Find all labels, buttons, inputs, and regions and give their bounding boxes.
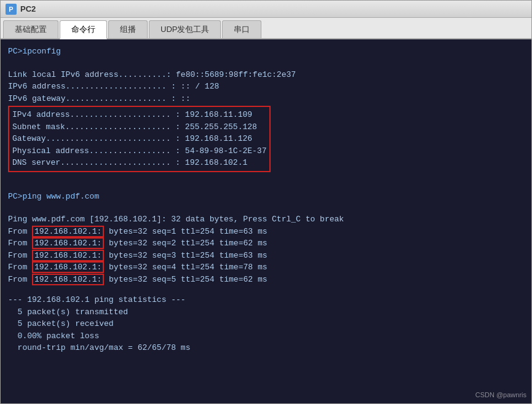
- ping-stats-rtt: round-trip min/avg/max = 62/65/78 ms: [8, 342, 524, 354]
- ping-command: PC>ping www.pdf.com: [8, 191, 524, 203]
- ping-result-4: From 192.168.102.1: bytes=32 seq=4 ttl=2…: [8, 261, 524, 274]
- ipv6-link-local: Link local IPv6 address..........: fe80:…: [8, 69, 524, 81]
- tab-udp-tool[interactable]: UDP发包工具: [149, 20, 221, 38]
- ping-stats-received: 5 packet(s) received: [8, 318, 524, 330]
- tab-bar: 基础配置 命令行 组播 UDP发包工具 串口: [1, 18, 531, 39]
- tab-serial[interactable]: 串口: [222, 20, 261, 38]
- ping-stats-header: --- 192.168.102.1 ping statistics ---: [8, 294, 524, 306]
- ping-result-5: From 192.168.102.1: bytes=32 seq=5 ttl=2…: [8, 274, 524, 286]
- blank-line-2: [8, 173, 524, 182]
- watermark: CSDN @pawnris: [475, 391, 526, 398]
- dns-server: DNS server....................... : 192.…: [12, 157, 266, 169]
- ping-ip-box-4: 192.168.102.1:: [32, 261, 104, 273]
- blank-line-1: [8, 60, 524, 69]
- blank-line-5: [8, 285, 524, 294]
- ipv6-address: IPv6 address..................... : :: /…: [8, 81, 524, 93]
- title-bar: P PC2: [1, 1, 531, 18]
- terminal-wrapper: PC>ipconfig Link local IPv6 address.....…: [1, 39, 531, 403]
- ping-result-1: From 192.168.102.1: bytes=32 seq=1 ttl=2…: [8, 226, 524, 238]
- blank-line-4: [8, 205, 524, 213]
- ping-header: Ping www.pdf.com [192.168.102.1]: 32 dat…: [8, 213, 524, 226]
- blank-line-3: [8, 182, 524, 191]
- window-title: PC2: [20, 4, 36, 14]
- ipconfig-highlighted-section: IPv4 address..................... : 192.…: [8, 106, 271, 172]
- ipv6-gateway: IPv6 gateway..................... : ::: [8, 93, 524, 105]
- subnet-mask: Subnet mask...................... : 255.…: [12, 121, 266, 133]
- ipconfig-command: PC>ipconfig: [8, 46, 524, 58]
- main-window: P PC2 基础配置 命令行 组播 UDP发包工具 串口 PC>ipconfig…: [0, 0, 532, 404]
- ping-ip-box-1: 192.168.102.1:: [32, 226, 104, 237]
- physical-address: Physical address................. : 54-8…: [12, 145, 266, 157]
- ping-stats-loss: 0.00% packet loss: [8, 330, 524, 343]
- tab-command-line[interactable]: 命令行: [60, 20, 107, 39]
- gateway: Gateway.......................... : 192.…: [12, 133, 266, 145]
- app-icon: P: [6, 4, 17, 15]
- ipv4-address: IPv4 address..................... : 192.…: [12, 109, 266, 121]
- ping-ip-box-5: 192.168.102.1:: [32, 274, 104, 285]
- terminal-area[interactable]: PC>ipconfig Link local IPv6 address.....…: [1, 39, 531, 403]
- ping-ip-box-2: 192.168.102.1:: [32, 237, 104, 249]
- ping-result-3: From 192.168.102.1: bytes=32 seq=3 ttl=2…: [8, 250, 524, 262]
- tab-multicast[interactable]: 组播: [108, 20, 148, 38]
- ping-stats-transmitted: 5 packet(s) transmitted: [8, 306, 524, 319]
- ping-result-2: From 192.168.102.1: bytes=32 seq=2 ttl=2…: [8, 237, 524, 250]
- tab-basic-config[interactable]: 基础配置: [3, 20, 58, 38]
- ping-ip-box-3: 192.168.102.1:: [32, 250, 104, 261]
